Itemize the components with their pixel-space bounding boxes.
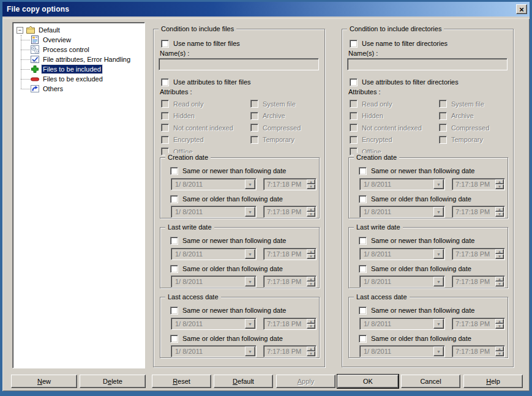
tree-item-overview[interactable]: Overview xyxy=(13,35,144,45)
use-name-filter-files-checkbox[interactable] xyxy=(161,40,169,48)
spin-down-icon: ▼ xyxy=(495,351,504,356)
date-picker: 1/ 8/2011▼ xyxy=(171,275,257,288)
ok-button[interactable]: OK xyxy=(337,375,399,388)
spin-down-icon: ▼ xyxy=(495,184,504,189)
newer-date-checkbox[interactable] xyxy=(359,167,367,175)
process-control-icon xyxy=(30,45,40,54)
panel-title: Condition to include directories xyxy=(347,24,444,33)
newer-date-checkbox[interactable] xyxy=(170,167,178,175)
cancel-button[interactable]: Cancel xyxy=(401,375,460,388)
attributes-label: Attributes : xyxy=(348,88,381,95)
spin-down-icon: ▼ xyxy=(307,324,315,329)
spin-up-icon: ▲ xyxy=(307,277,315,282)
tree-item-label: Files to be excluded xyxy=(42,75,104,83)
date-picker: 1/ 8/2011▼ xyxy=(359,206,445,218)
older-date-checkbox[interactable] xyxy=(170,265,178,273)
attr-compressed-checkbox xyxy=(439,124,447,132)
attr-compressed-checkbox xyxy=(250,124,258,132)
newer-date-checkbox[interactable] xyxy=(170,237,178,245)
titlebar: File copy options × xyxy=(2,2,530,17)
chevron-down-icon: ▼ xyxy=(433,346,444,356)
checkbox-label: Use attributes to filter files xyxy=(173,78,251,86)
attr-read-only-checkbox xyxy=(161,100,169,108)
new-button[interactable]: New xyxy=(11,375,77,388)
reset-button[interactable]: Reset xyxy=(152,375,211,388)
date-picker: 1/ 8/2011▼ xyxy=(171,206,257,218)
dialog-body: − Default Overview Process control xyxy=(2,18,530,391)
spin-down-icon: ▼ xyxy=(307,212,315,217)
newer-date-checkbox[interactable] xyxy=(359,237,367,245)
last-access-date-group: Last access date Same or newer than foll… xyxy=(160,297,320,358)
apply-button: Apply xyxy=(276,375,335,388)
attr-hidden-checkbox xyxy=(161,112,169,120)
checkbox-label: Use attributes to filter directories xyxy=(362,78,459,86)
attributes-grid: Read only System file Hidden Archive Not… xyxy=(350,98,506,158)
close-button[interactable]: × xyxy=(516,4,527,14)
use-attributes-filter-directories-checkbox[interactable] xyxy=(350,78,358,86)
checkbox-label: Use name to filter directories xyxy=(362,40,448,47)
time-picker: 7:17:18 PM▲▼ xyxy=(263,318,317,330)
last-write-date-group: Last write date Same or newer than follo… xyxy=(348,227,508,288)
tree-connector-line xyxy=(21,35,21,89)
tree-item-files-to-be-included[interactable]: Files to be included xyxy=(13,64,144,74)
newer-date-checkbox[interactable] xyxy=(170,307,178,315)
tree-expander[interactable]: − xyxy=(17,27,23,34)
tree-item-process-control[interactable]: Process control xyxy=(13,45,144,54)
group-title: Last write date xyxy=(165,223,214,231)
spin-up-icon: ▲ xyxy=(307,207,315,212)
attr-temporary-checkbox xyxy=(250,136,258,144)
spin-up-icon: ▲ xyxy=(495,249,504,254)
use-name-filter-directories-checkbox[interactable] xyxy=(350,40,358,48)
group-title: Last access date xyxy=(165,293,221,301)
newer-date-checkbox[interactable] xyxy=(359,307,367,315)
use-attributes-filter-files-checkbox[interactable] xyxy=(161,78,169,86)
names-label: Name(s) : xyxy=(160,50,189,57)
last-write-date-group: Last write date Same or newer than follo… xyxy=(160,227,320,288)
tree-item-others[interactable]: Others xyxy=(13,84,144,94)
older-date-checkbox[interactable] xyxy=(359,335,367,343)
time-picker: 7:17:18 PM▲▼ xyxy=(263,248,317,260)
attr-read-only-checkbox xyxy=(350,100,358,108)
default-button[interactable]: Default xyxy=(214,375,273,388)
attr-temporary-checkbox xyxy=(439,136,447,144)
older-date-checkbox[interactable] xyxy=(359,265,367,273)
tree-item-file-attributes[interactable]: File attributes, Error Handling xyxy=(13,54,144,64)
older-date-checkbox[interactable] xyxy=(170,195,178,203)
include-icon xyxy=(30,64,40,74)
overview-icon xyxy=(30,35,40,45)
last-access-date-group: Last access date Same or newer than foll… xyxy=(348,297,508,358)
time-picker: 7:17:18 PM▲▼ xyxy=(263,206,317,218)
chevron-down-icon: ▼ xyxy=(433,249,444,259)
time-picker: 7:17:18 PM▲▼ xyxy=(452,206,505,218)
help-button[interactable]: Help xyxy=(463,375,523,388)
attr-system-file-checkbox xyxy=(439,100,447,108)
spin-up-icon: ▲ xyxy=(307,346,315,351)
time-picker: 7:17:18 PM▲▼ xyxy=(452,178,505,190)
file-attributes-icon xyxy=(30,54,40,64)
file-copy-options-dialog: File copy options × − Default Overview xyxy=(0,0,532,396)
tree-item-label: Overview xyxy=(42,35,72,44)
creation-date-group: Creation date Same or newer than followi… xyxy=(348,157,508,219)
checkbox-label: Use name to filter files xyxy=(173,40,240,47)
tree-item-label: Process control xyxy=(42,45,91,54)
attr-archive-checkbox xyxy=(250,112,258,120)
delete-button[interactable]: Delete xyxy=(80,375,146,388)
spin-down-icon: ▼ xyxy=(495,282,504,286)
chevron-down-icon: ▼ xyxy=(433,179,444,189)
chevron-down-icon: ▼ xyxy=(433,207,444,217)
spin-up-icon: ▲ xyxy=(495,319,504,324)
spin-down-icon: ▼ xyxy=(495,212,504,217)
chevron-down-icon: ▼ xyxy=(245,319,255,329)
tree-item-default[interactable]: − Default xyxy=(13,25,144,35)
spin-down-icon: ▼ xyxy=(307,282,315,286)
attr-not-content-indexed-checkbox xyxy=(161,124,169,132)
chevron-down-icon: ▼ xyxy=(245,207,255,217)
older-date-checkbox[interactable] xyxy=(170,335,178,343)
chevron-down-icon: ▼ xyxy=(245,277,255,286)
tree-item-files-to-be-excluded[interactable]: Files to be excluded xyxy=(13,74,144,84)
older-date-checkbox[interactable] xyxy=(359,195,367,203)
spin-up-icon: ▲ xyxy=(495,346,504,351)
spin-up-icon: ▲ xyxy=(307,249,315,254)
spin-down-icon: ▼ xyxy=(307,184,315,189)
tree-item-label: Default xyxy=(37,26,61,34)
